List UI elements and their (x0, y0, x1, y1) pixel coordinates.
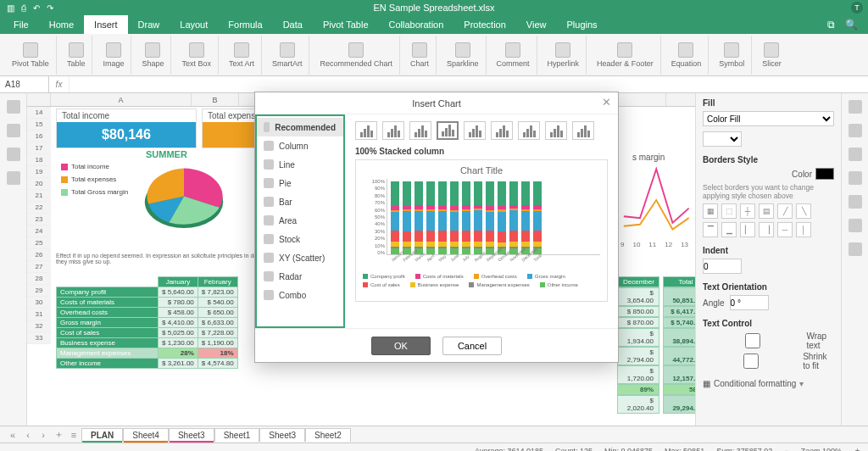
table-total-header[interactable]: Total (663, 276, 695, 287)
row-header[interactable]: 26 (27, 249, 51, 261)
table-cell[interactable]: $ 5,640.00 (159, 287, 198, 298)
table-cell[interactable]: $ 5,025.00 (159, 328, 198, 338)
sheet-tab-sheet2[interactable]: Sheet2 (305, 428, 351, 442)
row-header[interactable]: 28 (27, 273, 51, 285)
sheet-tab-sheet3[interactable]: Sheet3 (259, 428, 305, 442)
ribbon-pivot-table[interactable]: Pivot Table (5, 36, 57, 75)
fill-type-select[interactable]: Color Fill (703, 111, 834, 126)
chart-thumb[interactable] (491, 121, 513, 140)
chart-type-stock[interactable]: Stock (255, 230, 344, 248)
comments-icon[interactable] (7, 124, 20, 137)
financial-table[interactable]: JanuaryFebruaryCompany profit$ 5,640.00$… (56, 276, 238, 369)
chart-thumb[interactable] (545, 121, 567, 140)
table-cell[interactable]: $ 780.00 (159, 298, 198, 308)
spellcheck-icon[interactable] (7, 148, 20, 161)
table-cell[interactable]: $ 2,794.00 (617, 347, 659, 365)
table-month-header[interactable]: February (198, 277, 237, 287)
border-top-icon[interactable]: ▔ (703, 222, 718, 237)
row-header[interactable]: 19 (27, 166, 51, 178)
ribbon-sparkline[interactable]: Sparkline (440, 36, 487, 75)
col-header[interactable]: B (192, 93, 239, 106)
row-header[interactable]: 24 (27, 226, 51, 237)
border-none-icon[interactable]: ⬚ (721, 203, 737, 219)
angle-input[interactable] (730, 295, 769, 310)
table-cell[interactable]: $ 5,740.00 (663, 317, 695, 328)
sheet-tab-sheet3[interactable]: Sheet3 (169, 428, 214, 442)
ribbon-text-art[interactable]: Text Art (222, 36, 262, 75)
border-bottom-icon[interactable]: ▁ (721, 222, 737, 237)
row-header[interactable]: 22 (27, 202, 51, 214)
table-cell[interactable]: $ 540.00 (198, 298, 237, 308)
cell-settings-icon[interactable] (849, 100, 862, 114)
ribbon-smartart[interactable]: SmartArt (265, 36, 310, 75)
table-cell[interactable]: $ 3,261.00 (159, 359, 198, 369)
table-month-header[interactable]: December (617, 276, 659, 287)
table-settings-icon[interactable] (849, 124, 862, 137)
table-cell[interactable]: 89% (617, 384, 659, 395)
chart-type-column[interactable]: Column (255, 136, 344, 155)
table-cell[interactable]: $ 38,894.00 (663, 328, 695, 347)
zoom-out-icon[interactable]: − (784, 447, 788, 452)
chart-type-xy-scatter-[interactable]: XY (Scatter) (255, 248, 344, 267)
user-avatar[interactable]: T (851, 2, 863, 14)
menu-pivot-table[interactable]: Pivot Table (313, 15, 379, 34)
copy-icon[interactable] (7, 100, 20, 114)
table-cell[interactable]: $ 4,574.80 (198, 359, 237, 369)
table-month-header[interactable]: January (159, 277, 198, 287)
tab-add-icon[interactable]: ＋ (51, 428, 66, 441)
text-settings-icon[interactable] (849, 219, 862, 232)
table-cell[interactable]: 58% (663, 384, 695, 395)
col-header[interactable] (666, 93, 695, 106)
tab-next-icon[interactable]: › (36, 430, 51, 440)
row-header[interactable]: 29 (27, 285, 51, 297)
table-cell[interactable]: $ 1,720.00 (617, 365, 659, 384)
border-diag-icon[interactable]: ╱ (777, 203, 793, 219)
conditional-formatting-link[interactable]: Conditional formatting (714, 379, 796, 388)
chart-thumb[interactable] (464, 121, 486, 140)
chart-type-area[interactable]: Area (255, 211, 344, 230)
chart-thumb[interactable] (382, 121, 404, 140)
menu-data[interactable]: Data (273, 15, 313, 34)
col-header[interactable] (619, 93, 666, 106)
border-hmid-icon[interactable]: ─ (777, 222, 793, 237)
table-row-label[interactable]: Other income (57, 359, 159, 369)
ribbon-slicer[interactable]: Slicer (755, 36, 788, 75)
table-row-label[interactable]: Company profit (57, 287, 159, 298)
table-row-label[interactable]: Business expense (57, 338, 159, 348)
row-header[interactable]: 14 (27, 107, 51, 119)
ribbon-hyperlink[interactable]: Hyperlink (541, 36, 587, 75)
chart-type-recommended[interactable]: Recommended (255, 118, 344, 136)
tab-list-icon[interactable]: ≡ (66, 430, 81, 440)
table-cell[interactable]: $ 850.00 (617, 306, 659, 317)
row-header[interactable]: 17 (27, 142, 51, 154)
ribbon-header---footer[interactable]: Header & Footer (590, 36, 661, 75)
name-box[interactable]: A18 (0, 76, 49, 92)
table-cell[interactable]: $ 6,633.00 (198, 318, 237, 328)
table-cell[interactable]: $ 650.00 (198, 308, 237, 318)
chart-thumb[interactable] (409, 121, 431, 140)
border-outer-icon[interactable]: ▦ (703, 203, 718, 219)
conditional-formatting-icon[interactable]: ▦ (703, 379, 710, 388)
row-header[interactable]: 20 (27, 178, 51, 190)
row-header[interactable]: 33 (27, 332, 51, 344)
border-diag2-icon[interactable]: ╲ (796, 203, 811, 219)
menu-formula[interactable]: Formula (218, 15, 272, 34)
ribbon-table[interactable]: Table (60, 36, 93, 75)
sheet-tab-sheet1[interactable]: Sheet1 (214, 428, 260, 442)
border-inner-icon[interactable]: ┼ (740, 203, 755, 219)
ribbon-shape[interactable]: Shape (135, 36, 171, 75)
cancel-button[interactable]: Cancel (442, 337, 502, 355)
table-cell[interactable]: 18% (198, 348, 237, 359)
row-header[interactable]: 15 (27, 119, 51, 131)
sheet-tab-plan[interactable]: PLAN (81, 428, 123, 442)
pivot-settings-icon[interactable] (849, 242, 862, 256)
ribbon-recommended-chart[interactable]: Recommended Chart (313, 36, 400, 75)
shape-settings-icon[interactable] (849, 148, 862, 161)
save-icon[interactable]: ▥ (7, 3, 14, 13)
tab-first-icon[interactable]: « (5, 430, 20, 440)
border-right-icon[interactable]: ▕ (759, 222, 774, 237)
table-cell[interactable]: 28% (159, 348, 198, 359)
redo-icon[interactable]: ↷ (47, 3, 53, 13)
menu-collaboration[interactable]: Collaboration (379, 15, 454, 34)
indent-input[interactable] (703, 259, 742, 274)
